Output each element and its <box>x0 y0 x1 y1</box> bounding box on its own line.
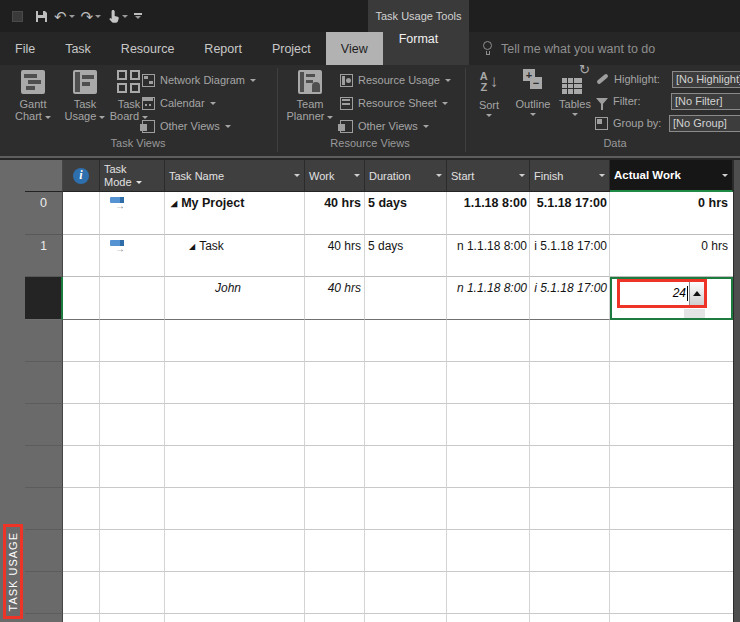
row-header[interactable] <box>25 446 63 488</box>
empty-cell[interactable] <box>305 614 365 622</box>
empty-cell[interactable] <box>100 320 165 362</box>
task-name-cell[interactable]: John <box>165 277 305 320</box>
indicator-cell[interactable] <box>63 235 100 277</box>
empty-cell[interactable] <box>305 362 365 404</box>
empty-cell[interactable] <box>447 320 530 362</box>
empty-cell[interactable] <box>365 488 447 530</box>
column-header-actual-work[interactable]: Actual Work <box>610 160 733 192</box>
column-header-duration[interactable]: Duration <box>365 160 447 192</box>
empty-cell[interactable] <box>100 446 165 488</box>
start-cell[interactable]: n 1.1.18 8:00 <box>447 235 530 277</box>
row-header[interactable] <box>25 488 63 530</box>
empty-cell[interactable] <box>610 530 733 572</box>
gantt-chart-button[interactable]: GanttChart <box>6 68 60 122</box>
empty-cell[interactable] <box>610 614 733 622</box>
sort-button[interactable]: AZ↓ Sort <box>468 68 510 117</box>
empty-cell[interactable] <box>165 572 305 614</box>
work-cell[interactable]: 40 hrs <box>305 192 365 235</box>
group-by-combobox[interactable]: [No Group] <box>669 115 740 132</box>
undo-button[interactable]: ↶ <box>54 9 75 24</box>
tab-file[interactable]: File <box>0 32 50 65</box>
empty-cell[interactable] <box>165 488 305 530</box>
empty-cell[interactable] <box>165 362 305 404</box>
resource-usage-button[interactable]: Resource Usage <box>340 72 451 88</box>
column-header-finish[interactable]: Finish <box>530 160 610 192</box>
empty-cell[interactable] <box>305 572 365 614</box>
empty-cell[interactable] <box>365 530 447 572</box>
start-cell[interactable]: n 1.1.18 8:00 <box>447 277 530 320</box>
empty-cell[interactable] <box>63 320 100 362</box>
empty-cell[interactable] <box>365 446 447 488</box>
sort-arrow-icon[interactable] <box>136 181 142 184</box>
select-all-corner[interactable] <box>25 160 63 192</box>
row-header[interactable] <box>25 614 63 622</box>
network-diagram-button[interactable]: Network Diagram <box>142 72 256 88</box>
empty-cell[interactable] <box>610 572 733 614</box>
row-header[interactable] <box>25 572 63 614</box>
highlight-combobox[interactable]: [No Highlight] <box>672 71 740 88</box>
column-header-task-mode[interactable]: TaskMode <box>100 160 165 192</box>
resource-sheet-button[interactable]: Resource Sheet <box>340 95 448 111</box>
sort-arrow-icon[interactable] <box>436 174 442 177</box>
duration-cell[interactable] <box>365 277 447 320</box>
filter-combobox[interactable]: [No Filter] <box>671 93 740 110</box>
empty-cell[interactable] <box>100 362 165 404</box>
empty-cell[interactable] <box>63 404 100 446</box>
chevron-down-icon[interactable] <box>69 15 75 18</box>
actual-work-cell[interactable]: 0 hrs <box>610 192 733 235</box>
empty-cell[interactable] <box>365 572 447 614</box>
task-name-cell[interactable]: ◢Task <box>165 235 305 277</box>
column-header-work[interactable]: Work <box>305 160 365 192</box>
empty-cell[interactable] <box>610 404 733 446</box>
empty-cell[interactable] <box>165 404 305 446</box>
duration-cell[interactable]: 5 days <box>365 192 447 235</box>
other-views-button[interactable]: Other Views <box>142 118 231 134</box>
empty-cell[interactable] <box>100 488 165 530</box>
empty-cell[interactable] <box>365 404 447 446</box>
empty-cell[interactable] <box>530 488 610 530</box>
chevron-down-icon[interactable] <box>95 15 101 18</box>
empty-cell[interactable] <box>530 362 610 404</box>
task-name-cell[interactable]: ◢My Project <box>165 192 305 235</box>
empty-cell[interactable] <box>100 572 165 614</box>
task-mode-cell[interactable]: → <box>100 192 165 235</box>
sort-arrow-icon[interactable] <box>354 174 360 177</box>
finish-cell[interactable]: 5.1.18 17:00 <box>530 192 610 235</box>
tab-project[interactable]: Project <box>257 32 326 65</box>
column-header-start[interactable]: Start <box>447 160 530 192</box>
empty-cell[interactable] <box>63 530 100 572</box>
tab-format[interactable]: Format <box>368 32 469 46</box>
sort-arrow-icon[interactable] <box>294 174 300 177</box>
indicator-cell[interactable] <box>63 277 100 320</box>
other-views-resource-button[interactable]: Other Views <box>340 118 429 134</box>
empty-cell[interactable] <box>610 488 733 530</box>
calendar-button[interactable]: Calendar <box>142 95 216 111</box>
tell-me-box[interactable]: Tell me what you want to do <box>482 32 655 65</box>
empty-cell[interactable] <box>610 320 733 362</box>
empty-cell[interactable] <box>165 446 305 488</box>
empty-cell[interactable] <box>447 614 530 622</box>
start-cell[interactable]: 1.1.18 8:00 <box>447 192 530 235</box>
empty-cell[interactable] <box>365 320 447 362</box>
save-button[interactable] <box>35 10 48 23</box>
sort-arrow-icon[interactable] <box>722 174 728 177</box>
work-cell[interactable]: 40 hrs <box>305 235 365 277</box>
empty-cell[interactable] <box>63 362 100 404</box>
empty-cell[interactable] <box>447 530 530 572</box>
empty-cell[interactable] <box>530 530 610 572</box>
empty-cell[interactable] <box>610 446 733 488</box>
row-header[interactable] <box>25 320 63 362</box>
empty-cell[interactable] <box>447 404 530 446</box>
row-header[interactable]: 1 <box>25 235 63 277</box>
empty-cell[interactable] <box>100 404 165 446</box>
empty-cell[interactable] <box>63 488 100 530</box>
tab-task[interactable]: Task <box>50 32 106 65</box>
empty-cell[interactable] <box>447 362 530 404</box>
expand-triangle-icon[interactable]: ◢ <box>171 199 177 208</box>
empty-cell[interactable] <box>165 530 305 572</box>
tab-report[interactable]: Report <box>189 32 257 65</box>
empty-cell[interactable] <box>447 488 530 530</box>
empty-cell[interactable] <box>530 320 610 362</box>
sort-arrow-icon[interactable] <box>519 174 525 177</box>
finish-cell[interactable]: i 5.1.18 17:00 <box>530 277 610 320</box>
